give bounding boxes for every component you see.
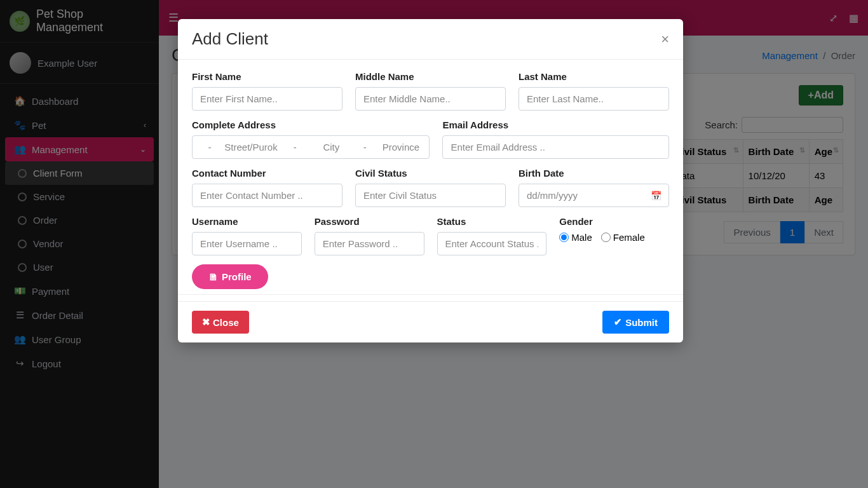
profile-button[interactable]: 🗎Profile <box>192 264 268 289</box>
status-field[interactable] <box>437 232 547 255</box>
modal-header: Add Client × <box>178 19 683 60</box>
last-name-field[interactable] <box>519 87 669 111</box>
label-status: Status <box>437 216 547 227</box>
check-icon: ✔ <box>614 316 622 328</box>
gender-female-option[interactable]: Female <box>601 232 645 243</box>
password-field[interactable] <box>315 232 424 255</box>
file-icon: 🗎 <box>208 271 218 282</box>
middle-name-field[interactable] <box>355 87 506 111</box>
civil-status-field[interactable] <box>355 184 506 207</box>
label-middle-name: Middle Name <box>355 71 506 82</box>
label-address: Complete Address <box>192 119 430 130</box>
email-field[interactable] <box>442 135 669 159</box>
modal-title: Add Client <box>192 29 268 49</box>
add-client-modal: Add Client × First Name Middle Name Last… <box>178 19 683 342</box>
gender-male-option[interactable]: Male <box>559 232 592 243</box>
label-contact: Contact Number <box>192 168 342 179</box>
modal-footer: ✖Close ✔Submit <box>178 301 683 342</box>
address-field[interactable] <box>192 135 430 159</box>
label-password: Password <box>315 216 424 227</box>
label-birth: Birth Date <box>519 168 669 179</box>
modal-body: First Name Middle Name Last Name Complet… <box>178 60 683 301</box>
gender-female-radio[interactable] <box>601 233 611 242</box>
close-button[interactable]: ✖Close <box>192 311 249 334</box>
contact-field[interactable] <box>192 184 342 207</box>
label-last-name: Last Name <box>519 71 669 82</box>
label-gender: Gender <box>559 216 669 227</box>
x-icon: ✖ <box>202 316 210 328</box>
submit-button[interactable]: ✔Submit <box>602 311 669 334</box>
label-civil: Civil Status <box>355 168 506 179</box>
label-email: Email Address <box>442 119 669 130</box>
close-icon[interactable]: × <box>661 32 669 46</box>
label-first-name: First Name <box>192 71 342 82</box>
first-name-field[interactable] <box>192 87 342 111</box>
birth-date-field[interactable] <box>519 184 669 207</box>
label-username: Username <box>192 216 302 227</box>
gender-male-radio[interactable] <box>559 233 569 242</box>
username-field[interactable] <box>192 232 302 255</box>
